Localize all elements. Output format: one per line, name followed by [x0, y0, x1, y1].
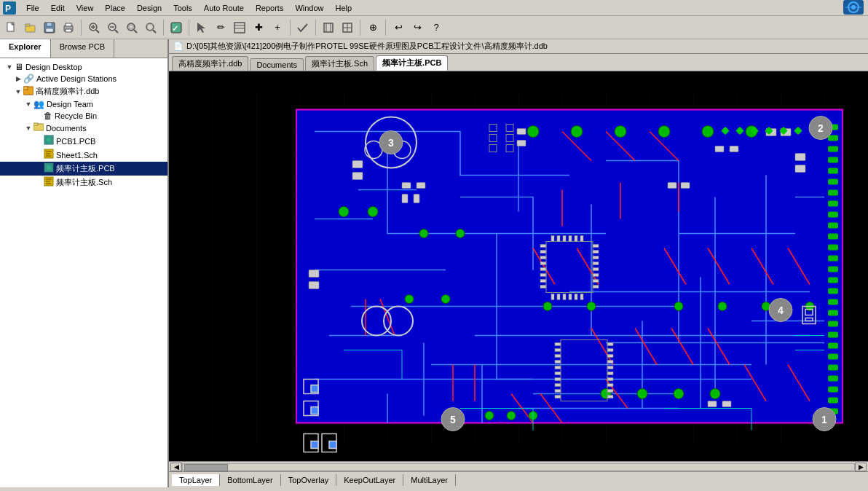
comp1-button[interactable]: [320, 19, 337, 36]
menubar: P File Edit View Place Design Tools Auto…: [0, 0, 868, 16]
svg-rect-164: [580, 294, 583, 300]
layer-tab-multilayer[interactable]: MultiLayer: [403, 474, 456, 486]
save-button[interactable]: [41, 19, 58, 36]
svg-text:2: 2: [818, 122, 824, 134]
svg-rect-177: [607, 349, 613, 352]
h-scroll-thumb[interactable]: [184, 464, 228, 471]
doc-tab-ddb[interactable]: 高精度频率计.ddb: [172, 56, 248, 71]
zoom-all-button[interactable]: [123, 19, 141, 36]
svg-rect-194: [352, 173, 363, 180]
expander-pcb1[interactable]: ▶: [33, 138, 44, 145]
svg-rect-176: [607, 343, 613, 346]
expander-design-desktop[interactable]: ▼: [4, 63, 15, 71]
doc-tab-pcb[interactable]: 频率计主板.PCB: [376, 55, 448, 71]
svg-rect-187: [517, 129, 526, 135]
menu-design[interactable]: Design: [131, 2, 167, 14]
zoom-sel-button[interactable]: [142, 19, 159, 36]
tab-browse-pcb[interactable]: Browse PCB: [51, 39, 114, 58]
tree-design-team[interactable]: ▼ 👥 Design Team: [0, 98, 167, 110]
filepath-icon: 📄: [173, 42, 184, 51]
expander-main-pcb[interactable]: ▶: [33, 165, 44, 173]
layer-tab-keepoutlayer[interactable]: KeepOutLayer: [336, 474, 403, 486]
wire-button[interactable]: ✏: [212, 19, 229, 36]
svg-point-134: [485, 412, 494, 420]
expander-recycle[interactable]: ▶: [33, 112, 44, 119]
menu-reports[interactable]: Reports: [250, 2, 290, 14]
layer-tab-bottomlayer[interactable]: BottomLayer: [220, 474, 280, 486]
svg-rect-67: [828, 201, 838, 207]
check-button[interactable]: [294, 19, 312, 36]
select-button[interactable]: [193, 19, 210, 36]
menu-file[interactable]: File: [20, 2, 45, 14]
active-stations-label: Active Design Stations: [36, 74, 117, 83]
tree-main-sch[interactable]: ▶ 频率计主板.Sch: [0, 176, 167, 189]
menu-place[interactable]: Place: [99, 2, 131, 14]
tab-explorer[interactable]: Explorer: [0, 39, 51, 58]
pcb-canvas[interactable]: 1 2 3 4 5: [169, 71, 868, 461]
expander-active-stations[interactable]: ▶: [13, 75, 23, 82]
doc-tab-documents[interactable]: Documents: [250, 58, 304, 71]
documents-folder-icon: [33, 122, 44, 133]
svg-text:✓: ✓: [172, 24, 178, 33]
tree-pcb1[interactable]: ▶ PCB1.PCB: [0, 134, 167, 148]
comp2-button[interactable]: [339, 19, 356, 36]
zoom-out-button[interactable]: [104, 19, 122, 36]
plus-button[interactable]: +: [269, 19, 286, 36]
tree-documents[interactable]: ▼ Documents: [0, 122, 167, 134]
svg-marker-30: [197, 23, 205, 33]
tree-active-stations[interactable]: ▶ 🔗 Active Design Stations: [0, 73, 167, 85]
expander-main-sch[interactable]: ▶: [33, 179, 44, 186]
svg-rect-162: [569, 294, 572, 300]
drc-button[interactable]: ✓: [167, 19, 185, 36]
open-button[interactable]: [22, 19, 39, 36]
layer-tab-topoverlay[interactable]: TopOverlay: [281, 474, 337, 486]
layer-tab-toplayer[interactable]: TopLayer: [172, 474, 220, 486]
scroll-left-btn[interactable]: ◀: [170, 463, 182, 471]
svg-rect-68: [828, 212, 838, 218]
menu-window[interactable]: Window: [289, 2, 329, 14]
svg-line-26: [153, 30, 156, 33]
expander-sheet1[interactable]: ▶: [33, 152, 44, 159]
help-button[interactable]: ?: [427, 19, 445, 36]
tree-recycle-bin[interactable]: ▶ 🗑 Recycle Bin: [0, 110, 167, 122]
menu-autoroute[interactable]: Auto Route: [198, 2, 250, 14]
svg-rect-70: [828, 234, 838, 240]
menu-view[interactable]: View: [71, 2, 100, 14]
cross-button[interactable]: ✚: [250, 19, 267, 36]
svg-text:4: 4: [778, 305, 784, 316]
main-layout: Explorer Browse PCB ▼ 🖥 Design Desktop ▶…: [0, 39, 868, 487]
zoom-in-button[interactable]: [85, 19, 103, 36]
h-scrollbar[interactable]: ◀ ▶: [169, 461, 868, 471]
svg-rect-161: [563, 294, 566, 300]
svg-rect-206: [722, 401, 731, 407]
cross2-button[interactable]: ⊕: [364, 19, 382, 36]
scroll-right-btn[interactable]: ▶: [855, 463, 867, 471]
expander-documents[interactable]: ▼: [23, 125, 33, 132]
svg-rect-189: [402, 183, 411, 189]
redo-button[interactable]: ↪: [409, 19, 426, 36]
expander-ddb[interactable]: ▼: [13, 88, 23, 95]
tree-design-desktop[interactable]: ▼ 🖥 Design Desktop: [0, 61, 167, 73]
svg-rect-196: [309, 282, 319, 289]
expander-design-team[interactable]: ▼: [23, 101, 33, 108]
doc-tab-sch[interactable]: 频率计主板.Sch: [305, 56, 374, 71]
protel-logo-btn[interactable]: [843, 0, 864, 15]
undo-button[interactable]: ↩: [390, 19, 407, 36]
svg-rect-168: [555, 355, 561, 358]
menu-tools[interactable]: Tools: [167, 2, 198, 14]
svg-rect-183: [607, 384, 613, 387]
tree-sheet1[interactable]: ▶ Sheet1.Sch: [0, 148, 167, 162]
svg-point-133: [710, 389, 720, 399]
pcb1-icon: [44, 135, 54, 147]
tree-ddb[interactable]: ▼ 高精度频率计.ddb: [0, 85, 167, 98]
menu-edit[interactable]: Edit: [45, 2, 71, 14]
svg-rect-173: [555, 384, 561, 387]
h-scroll-track[interactable]: [182, 463, 855, 471]
tree-main-pcb[interactable]: ▶ 频率计主板.PCB: [0, 162, 167, 176]
menu-help[interactable]: Help: [330, 2, 358, 14]
bus-button[interactable]: [231, 19, 248, 36]
main-sch-icon: [44, 176, 54, 189]
print-button[interactable]: [60, 19, 77, 36]
new-button[interactable]: [3, 19, 20, 36]
sep-7: [385, 20, 386, 36]
